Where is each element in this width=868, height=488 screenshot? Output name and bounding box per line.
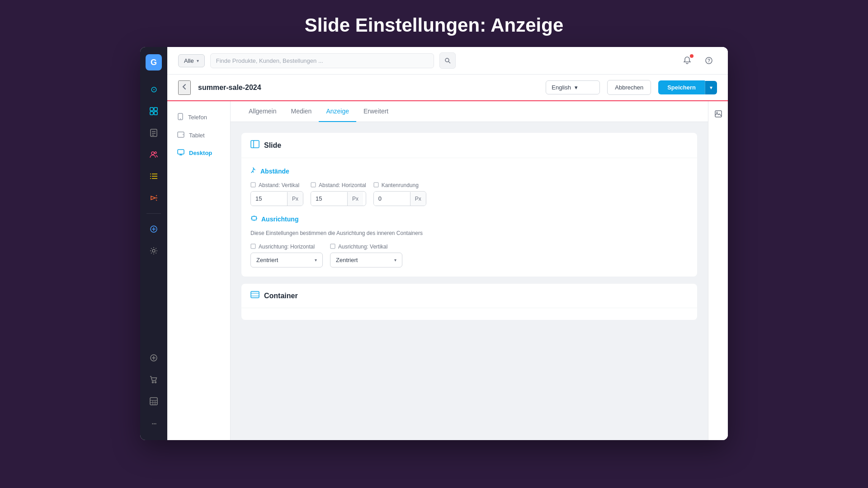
sidebar-item-cart[interactable]: [144, 370, 164, 389]
ausrichtung-description: Diese Einstellungen bestimmen die Ausric…: [250, 230, 688, 236]
language-label: English: [552, 84, 571, 91]
filter-button[interactable]: Alle ▾: [178, 54, 205, 67]
container-section: Container: [241, 284, 697, 320]
ausrichtung-horizontal-text: Ausrichtung: Horizontal: [259, 244, 315, 250]
kantenrundung-input-group: Px: [373, 191, 426, 206]
svg-rect-51: [252, 216, 256, 220]
topbar: Alle ▾ Finde Produkte, Kunden, Bestellun…: [167, 47, 728, 75]
save-btn-group: Speichern ▾: [658, 80, 717, 94]
separator-1: [250, 206, 688, 215]
tablet-icon: [177, 131, 184, 139]
svg-point-27: [155, 382, 156, 383]
editor-area: summer-sale-2024 English ▾ Abbrechen Spe…: [167, 75, 728, 440]
slide-section-body: Abstände: [241, 158, 697, 277]
slide-section-icon: [250, 140, 259, 150]
svg-point-26: [152, 382, 154, 383]
search-bar[interactable]: Finde Produkte, Kunden, Bestellungen ...: [210, 53, 434, 68]
sidebar-item-more[interactable]: ···: [144, 413, 164, 433]
tabs-row: Allgemein Medien Anzeige Erweitert: [231, 101, 708, 122]
notification-icon[interactable]: [679, 52, 695, 69]
abstaende-title: Abstände: [250, 167, 688, 175]
svg-rect-2: [150, 112, 153, 115]
abstand-horizontal-unit: Px: [347, 192, 363, 206]
back-button[interactable]: [178, 80, 191, 95]
abstand-vertikal-input[interactable]: [251, 192, 287, 206]
ausrichtung-label: Ausrichtung: [261, 216, 298, 223]
save-dropdown-button[interactable]: ▾: [705, 81, 717, 94]
image-panel-icon[interactable]: [711, 107, 726, 121]
app-window: G ⊙: [140, 47, 728, 440]
abstaende-icon: [250, 167, 257, 175]
editor-main: Slide: [231, 122, 708, 440]
kantenrundung-input[interactable]: [374, 192, 410, 206]
sidebar-item-integrations[interactable]: [144, 219, 164, 239]
sidebar: G ⊙: [140, 47, 167, 440]
abstand-vertikal-icon: [250, 182, 256, 188]
abstand-vertikal-label: Abstand: Vertikal: [250, 182, 303, 188]
svg-rect-0: [150, 108, 153, 111]
sidebar-item-table[interactable]: [144, 391, 164, 411]
sidebar-item-layouts[interactable]: [144, 101, 164, 121]
tab-erweitert[interactable]: Erweitert: [356, 101, 396, 122]
svg-point-22: [152, 249, 155, 252]
save-button[interactable]: Speichern: [658, 80, 705, 94]
svg-point-33: [445, 58, 449, 62]
content-wrapper: summer-sale-2024 English ▾ Abbrechen Spe…: [167, 75, 728, 440]
abstand-vertikal-text: Abstand: Vertikal: [259, 182, 299, 188]
svg-rect-48: [374, 183, 378, 187]
telefon-icon: [177, 113, 184, 122]
sidebar-item-settings[interactable]: [144, 241, 164, 261]
ausrichtung-horizontal-icon: [250, 244, 256, 250]
device-item-telefon[interactable]: Telefon: [170, 108, 227, 126]
right-panel: [708, 101, 728, 440]
search-placeholder: Finde Produkte, Kunden, Bestellungen ...: [216, 57, 323, 64]
abstand-vertikal-group: Abstand: Vertikal Px: [250, 182, 303, 206]
device-item-tablet[interactable]: Tablet: [170, 127, 227, 144]
svg-rect-3: [154, 112, 157, 115]
svg-rect-55: [330, 244, 335, 249]
ausrichtung-vertikal-label: Ausrichtung: Vertikal: [330, 244, 402, 250]
svg-rect-47: [311, 183, 316, 187]
sidebar-logo[interactable]: G: [146, 54, 162, 70]
abstand-horizontal-input[interactable]: [311, 192, 347, 206]
help-icon[interactable]: ?: [701, 52, 717, 69]
search-icon-button[interactable]: [439, 52, 456, 69]
svg-rect-56: [251, 291, 259, 298]
ausrichtung-vertikal-select[interactable]: Zentriert ▾: [330, 253, 402, 267]
svg-point-13: [150, 174, 151, 174]
sidebar-item-dashboard[interactable]: ⊙: [144, 80, 164, 99]
kantenrundung-icon: [373, 182, 379, 188]
svg-point-38: [180, 118, 181, 119]
sidebar-item-lists[interactable]: [144, 166, 164, 186]
sidebar-item-marketing[interactable]: [144, 188, 164, 208]
page-title: Slide Einstellungen: Anzeige: [305, 0, 564, 47]
slide-section: Slide: [241, 133, 697, 277]
language-chevron: ▾: [575, 84, 578, 91]
notification-badge: [690, 54, 693, 58]
sidebar-item-pages[interactable]: [144, 123, 164, 143]
ausrichtung-horizontal-select[interactable]: Zentriert ▾: [250, 253, 323, 267]
abstaende-fields: Abstand: Vertikal Px: [250, 182, 688, 206]
svg-point-15: [150, 178, 151, 179]
abstand-horizontal-input-group: Px: [311, 191, 366, 206]
svg-rect-46: [251, 183, 255, 187]
sidebar-item-add[interactable]: [144, 348, 164, 368]
abstand-horizontal-icon: [311, 182, 316, 188]
abstand-vertikal-input-group: Px: [250, 191, 303, 206]
cancel-button[interactable]: Abbrechen: [607, 80, 651, 95]
language-select[interactable]: English ▾: [546, 80, 600, 94]
sidebar-item-users[interactable]: [144, 145, 164, 164]
tab-allgemein[interactable]: Allgemein: [241, 101, 283, 122]
abstand-vertikal-unit: Px: [287, 192, 303, 206]
abstand-horizontal-group: Abstand: Horizontal Px: [311, 182, 366, 206]
tab-medien[interactable]: Medien: [283, 101, 319, 122]
slide-section-header: Slide: [241, 133, 697, 158]
filter-label: Alle: [184, 57, 194, 64]
tab-anzeige[interactable]: Anzeige: [319, 101, 356, 122]
kantenrundung-text: Kantenrundung: [382, 182, 419, 188]
device-item-desktop[interactable]: Desktop: [170, 145, 227, 161]
ausrichtung-vertikal-icon: [330, 244, 335, 250]
abstand-horizontal-label: Abstand: Horizontal: [311, 182, 366, 188]
device-panel: Telefon Tablet: [167, 101, 231, 440]
container-section-title: Container: [264, 292, 298, 300]
